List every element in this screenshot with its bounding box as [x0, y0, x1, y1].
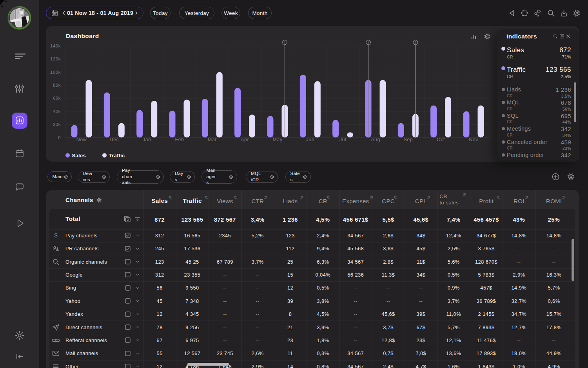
svg-text:100k: 100k	[50, 70, 61, 75]
svg-text:60k: 60k	[53, 96, 61, 100]
svg-text:140k: 140k	[50, 44, 61, 48]
svg-text:0: 0	[58, 135, 61, 140]
svg-text:Dec: Dec	[109, 137, 119, 142]
svg-text:Jul: Jul	[339, 137, 346, 142]
svg-text:2: 2	[127, 218, 129, 222]
svg-text:80k: 80k	[53, 83, 61, 87]
svg-text:!: !	[368, 40, 368, 44]
svg-text:Nov: Nov	[469, 137, 478, 142]
svg-text:Feb: Feb	[175, 137, 184, 142]
svg-text:Jan: Jan	[143, 137, 151, 142]
svg-text:$: $	[54, 232, 57, 239]
svg-text:Aug: Aug	[371, 137, 380, 142]
svg-text:40k: 40k	[53, 109, 61, 114]
svg-text:Traffic: Traffic	[109, 153, 125, 158]
svg-text:Mar: Mar	[208, 137, 217, 142]
svg-text:!: !	[415, 40, 416, 44]
svg-text:Jun: Jun	[306, 137, 314, 142]
svg-text:120k: 120k	[50, 56, 61, 61]
svg-text:Oct: Oct	[437, 137, 445, 142]
svg-text:!: !	[284, 40, 285, 44]
svg-text:Now: Now	[76, 137, 87, 142]
svg-text:Sales: Sales	[72, 153, 86, 158]
svg-text:May: May	[272, 137, 282, 142]
svg-text:Apr: Apr	[241, 137, 249, 142]
svg-text:20k: 20k	[53, 122, 61, 127]
svg-text:Sep: Sep	[403, 137, 413, 142]
